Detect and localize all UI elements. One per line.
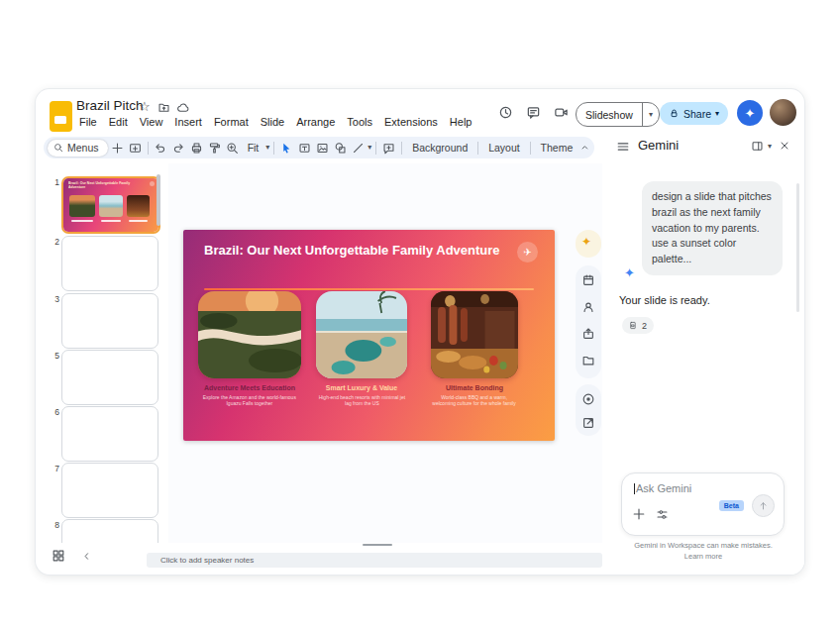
export-icon[interactable] [581, 327, 595, 341]
text-box-button[interactable] [296, 139, 313, 157]
menu-slide[interactable]: Slide [256, 115, 289, 129]
zoom-button[interactable] [224, 139, 241, 157]
mini-slide-title: Brazil: Our Next Unforgettable Family Ad… [68, 181, 143, 189]
panel-scrollbar[interactable] [796, 183, 799, 312]
open-in-new-icon[interactable] [581, 416, 595, 430]
collapse-toolbar-icon[interactable] [579, 142, 590, 154]
column-body[interactable]: Explore the Amazon and the world-famous … [198, 394, 301, 407]
select-tool-button[interactable] [278, 139, 295, 157]
slide-number: 3 [44, 294, 59, 304]
slide-thumbnail-7[interactable] [61, 463, 158, 518]
slide-column-bonding[interactable]: Ultimate Bonding World-class BBQ and a w… [431, 291, 518, 413]
gemini-button[interactable]: ✦ [737, 100, 763, 126]
insert-shape-button[interactable] [332, 139, 349, 157]
menu-format[interactable]: Format [209, 115, 254, 129]
send-button[interactable] [752, 494, 775, 517]
menu-help[interactable]: Help [445, 115, 477, 129]
meet-camera-icon[interactable] [554, 105, 569, 120]
zoom-fit-label[interactable]: Fit [242, 142, 265, 154]
speaker-notes-input[interactable]: Click to add speaker notes [147, 553, 602, 568]
account-avatar[interactable] [770, 99, 796, 126]
slideshow-button[interactable]: Slideshow ▾ [576, 102, 660, 127]
calendar-icon[interactable] [581, 273, 595, 287]
insert-comment-button[interactable] [380, 139, 397, 157]
share-dropdown[interactable]: ▾ [715, 110, 719, 118]
gemini-response-spark-icon: ✦ [624, 265, 635, 280]
new-slide-layout-button[interactable] [127, 139, 144, 157]
cloud-status-icon[interactable] [176, 101, 190, 114]
column-body[interactable]: World-class BBQ and a warm, welcoming cu… [431, 394, 518, 407]
slide-thumbnail-8[interactable] [61, 519, 158, 543]
slideshow-label[interactable]: Slideshow [577, 109, 642, 121]
print-button[interactable] [188, 139, 205, 157]
slide-number: 8 [44, 520, 59, 530]
menu-tools[interactable]: Tools [342, 115, 377, 129]
menu-view[interactable]: View [135, 115, 168, 129]
layout-button[interactable]: Layout [482, 142, 526, 154]
ask-gemini-input[interactable]: Ask Gemini [634, 482, 691, 494]
menu-file[interactable]: File [74, 115, 102, 129]
undo-button[interactable] [152, 139, 168, 157]
share-button[interactable]: Share ▾ [660, 102, 728, 125]
slide-title[interactable]: Brazil: Our Next Unforgettable Family Ad… [204, 243, 513, 260]
filmstrip-scrollbar[interactable] [157, 174, 160, 226]
background-button[interactable]: Background [406, 142, 473, 154]
column-heading[interactable]: Adventure Meets Education [198, 384, 301, 392]
slide-thumbnail-6[interactable] [61, 406, 158, 462]
text-cursor [634, 483, 635, 494]
menu-arrange[interactable]: Arrange [291, 115, 340, 129]
star-icon[interactable]: ☆ [139, 99, 151, 114]
menu-extensions[interactable]: Extensions [379, 115, 443, 129]
notes-resize-handle[interactable] [363, 544, 392, 546]
menu-insert[interactable]: Insert [169, 115, 207, 129]
airplane-icon[interactable]: ✈ [517, 242, 538, 262]
new-slide-button[interactable] [109, 139, 126, 157]
slide-thumbnail-5[interactable] [61, 350, 158, 405]
user-prompt-bubble: design a slide that pitches brazil as th… [642, 181, 783, 275]
version-history-icon[interactable] [498, 105, 513, 120]
bbq-restaurant-image[interactable] [431, 291, 518, 378]
slide-canvas[interactable]: Brazil: Our Next Unforgettable Family Ad… [183, 230, 555, 441]
gemini-menu-icon[interactable] [616, 140, 630, 154]
amazon-river-image[interactable] [198, 291, 301, 378]
move-folder-icon[interactable] [158, 101, 170, 114]
panel-layout-dropdown[interactable]: ▾ [768, 143, 772, 151]
folder-icon[interactable] [581, 354, 595, 368]
slideshow-dropdown[interactable]: ▾ [642, 103, 659, 126]
record-icon[interactable] [581, 392, 595, 406]
collapse-filmstrip-icon[interactable] [81, 551, 92, 562]
column-heading[interactable]: Ultimate Bonding [431, 384, 518, 392]
slide-thumbnail-1[interactable]: Brazil: Our Next Unforgettable Family Ad… [61, 176, 160, 234]
insert-line-dropdown[interactable]: ▾ [368, 144, 371, 152]
slide-reference-chip[interactable]: 2 [622, 317, 654, 334]
comments-icon[interactable] [526, 105, 541, 120]
slide-column-adventure[interactable]: Adventure Meets Education Explore the Am… [198, 291, 301, 413]
close-panel-icon[interactable] [779, 140, 790, 152]
document-title[interactable]: Brazil Pitch [76, 98, 144, 113]
gemini-spark-icon[interactable]: ✦ [581, 235, 591, 249]
beach-pools-image[interactable] [316, 291, 407, 378]
column-body[interactable]: High-end beach resorts with minimal jet … [316, 394, 407, 407]
ask-gemini-card[interactable]: Ask Gemini Beta [621, 472, 785, 536]
redo-button[interactable] [170, 139, 187, 157]
toolbar-divider [401, 142, 402, 155]
insert-line-button[interactable] [350, 139, 367, 157]
attach-plus-icon[interactable] [632, 507, 646, 521]
grid-view-icon[interactable] [52, 549, 65, 563]
zoom-fit-dropdown[interactable]: ▾ [265, 144, 269, 152]
insert-image-button[interactable] [314, 139, 331, 157]
column-heading[interactable]: Smart Luxury & Value [316, 384, 407, 392]
paint-format-button[interactable] [206, 139, 223, 157]
panel-layout-icon[interactable] [751, 140, 764, 153]
tune-icon[interactable] [656, 508, 669, 521]
menus-search-pill[interactable]: Menus [48, 140, 108, 157]
gemini-response-text: Your slide is ready. [619, 294, 710, 306]
contacts-icon[interactable] [581, 300, 595, 314]
slide-thumbnail-2[interactable] [61, 236, 158, 291]
slide-thumbnail-3[interactable] [61, 293, 158, 349]
slide-column-luxury[interactable]: Smart Luxury & Value High-end beach reso… [316, 291, 407, 413]
learn-more-link[interactable]: Learn more [602, 552, 804, 561]
menu-edit[interactable]: Edit [104, 115, 133, 129]
slide-number: 6 [44, 407, 59, 417]
theme-button[interactable]: Theme [535, 142, 579, 154]
